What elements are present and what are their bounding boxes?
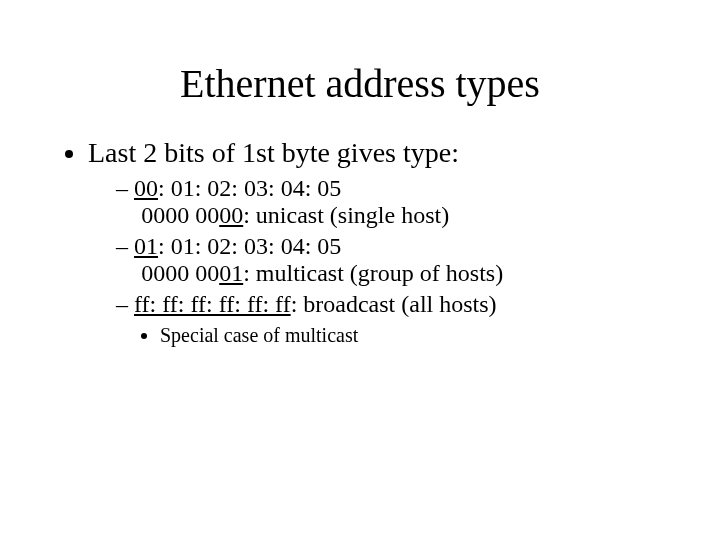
bullet-text: Last 2 bits of 1st byte gives type: bbox=[88, 137, 459, 168]
binary-suffix: 00 bbox=[219, 202, 243, 228]
slide: Ethernet address types Last 2 bits of 1s… bbox=[0, 0, 720, 540]
list-item: Last 2 bits of 1st byte gives type: 00: … bbox=[88, 137, 660, 347]
slide-title: Ethernet address types bbox=[60, 60, 660, 107]
type-description: : unicast (single host) bbox=[243, 202, 449, 228]
continuation-line: 0000 0000: unicast (single host) bbox=[141, 202, 660, 229]
address-rest: : 01: 02: 03: 04: 05 bbox=[158, 175, 341, 201]
list-item: 01: 01: 02: 03: 04: 05 0000 0001: multic… bbox=[116, 233, 660, 287]
address-full: ff: ff: ff: ff: ff: ff bbox=[134, 291, 291, 317]
bullet-list-level2: 00: 01: 02: 03: 04: 05 0000 0000: unicas… bbox=[116, 175, 660, 347]
sub-bullet-text: Special case of multicast bbox=[160, 324, 358, 346]
bullet-list-level3: Special case of multicast bbox=[160, 324, 660, 347]
bullet-list-level1: Last 2 bits of 1st byte gives type: 00: … bbox=[88, 137, 660, 347]
list-item: 00: 01: 02: 03: 04: 05 0000 0000: unicas… bbox=[116, 175, 660, 229]
binary-prefix: 0000 00 bbox=[141, 202, 219, 228]
type-description: : multicast (group of hosts) bbox=[243, 260, 503, 286]
continuation-line: 0000 0001: multicast (group of hosts) bbox=[141, 260, 660, 287]
address-prefix: 00 bbox=[134, 175, 158, 201]
address-rest: : 01: 02: 03: 04: 05 bbox=[158, 233, 341, 259]
binary-suffix: 01 bbox=[219, 260, 243, 286]
type-description: : broadcast (all hosts) bbox=[291, 291, 497, 317]
list-item: Special case of multicast bbox=[160, 324, 660, 347]
address-prefix: 01 bbox=[134, 233, 158, 259]
list-item: ff: ff: ff: ff: ff: ff: broadcast (all h… bbox=[116, 291, 660, 347]
binary-prefix: 0000 00 bbox=[141, 260, 219, 286]
